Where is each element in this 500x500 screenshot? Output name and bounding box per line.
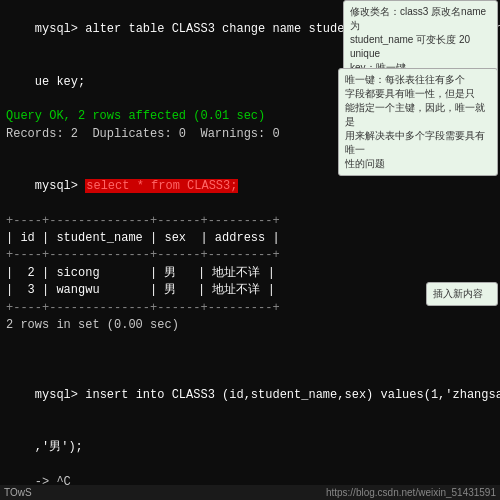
blank-1 xyxy=(6,334,494,351)
prompt-1: mysql> xyxy=(35,22,85,36)
terminal-window: mysql> alter table CLASS3 change name st… xyxy=(0,0,500,500)
line-insert2: ,'男'); xyxy=(6,421,494,473)
select-cmd-1: select * from CLASS3; xyxy=(85,179,238,193)
bottom-right-url: https://blog.csdn.net/weixin_51431591 xyxy=(326,487,496,498)
cmd-2: ue key; xyxy=(35,75,85,89)
table1-header: | id | student_name | sex | address | xyxy=(6,230,494,247)
note-unique-key: 唯一键：每张表往往有多个 字段都要具有唯一性，但是只 能指定一个主键，因此，唯一… xyxy=(338,68,498,176)
table1-row2: | 3 | wangwu | 男 | 地址不详 | xyxy=(6,282,494,299)
bottom-left-text: TOwS xyxy=(4,487,32,498)
blank-2 xyxy=(6,352,494,369)
table1-mid: +----+--------------+------+---------+ xyxy=(6,247,494,264)
table1-bottom: +----+--------------+------+---------+ xyxy=(6,300,494,317)
table1-rowcount: 2 rows in set (0.00 sec) xyxy=(6,317,494,334)
line-insert1: mysql> insert into CLASS3 (id,student_na… xyxy=(6,369,494,421)
note-insert: 插入新内容 xyxy=(426,282,498,306)
bottom-bar: TOwS https://blog.csdn.net/weixin_514315… xyxy=(0,485,500,500)
table1-top: +----+--------------+------+---------+ xyxy=(6,213,494,230)
table1-row1: | 2 | sicong | 男 | 地址不详 | xyxy=(6,265,494,282)
